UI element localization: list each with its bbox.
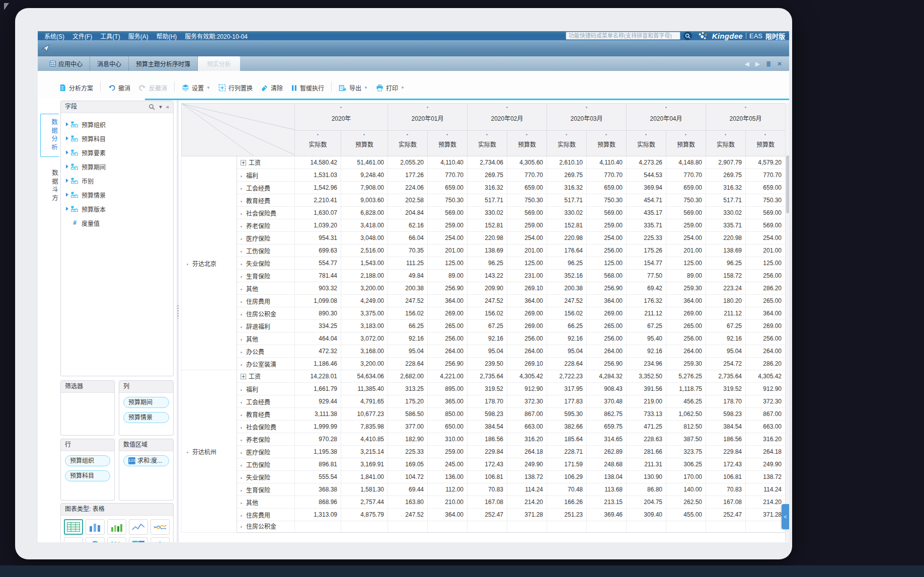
- window-tab-1[interactable]: 应用中心: [43, 56, 90, 71]
- account-label: 其他: [246, 336, 258, 343]
- window-tab-2[interactable]: 消息中心: [90, 56, 129, 71]
- expand-caret-icon[interactable]: [66, 122, 68, 126]
- tab-back-icon[interactable]: ◀: [744, 60, 749, 67]
- chart-type-scatter-icon[interactable]: [150, 537, 170, 542]
- value-cell: 51,461.00: [341, 156, 388, 169]
- expand-right-panel-tab[interactable]: <: [782, 504, 789, 529]
- toolbar-button-redo[interactable]: 反撤消: [134, 82, 171, 94]
- menu-item[interactable]: 文件(F): [72, 33, 92, 40]
- chart-type-area-icon[interactable]: [64, 537, 83, 542]
- expand-plus-icon[interactable]: [241, 160, 246, 167]
- chart-type-treemap-icon[interactable]: [129, 537, 148, 542]
- eas-flag-icon[interactable]: [41, 43, 51, 53]
- expand-caret-icon[interactable]: [66, 179, 68, 183]
- quick-launch-input[interactable]: [566, 32, 680, 40]
- chart-type-pie-icon[interactable]: [86, 537, 105, 542]
- value-cell: 6,828.00: [341, 207, 388, 219]
- expand-caret-icon[interactable]: [66, 193, 68, 197]
- panel-splitter[interactable]: [177, 100, 179, 542]
- field-item-4[interactable]: 预算期间: [63, 159, 171, 174]
- sub-column-header[interactable]: 实际数: [388, 131, 428, 156]
- shelf-chip[interactable]: 预算科目: [65, 470, 110, 481]
- chart-type-bar-blue-icon[interactable]: [86, 519, 105, 535]
- sub-column-header[interactable]: 预算数: [746, 131, 786, 156]
- scrollbar-thumb[interactable]: [786, 155, 790, 213]
- menu-item[interactable]: 工具(T): [100, 33, 120, 40]
- sub-column-header[interactable]: 预算数: [666, 131, 706, 156]
- field-item-7[interactable]: 预算版本: [63, 202, 171, 216]
- tab-forward-icon[interactable]: ▶: [755, 60, 760, 67]
- vertical-scrollbar[interactable]: [785, 103, 789, 542]
- toolbar-button-pause[interactable]: 暂缓执行: [287, 82, 328, 94]
- shelf-chip[interactable]: 预算组织: [65, 455, 110, 466]
- shelf-chip[interactable]: 123求和:度...: [123, 455, 169, 466]
- toolbar-button-undo[interactable]: 撤消: [104, 82, 134, 94]
- field-item-2[interactable]: 预算科目: [63, 131, 171, 145]
- org-group-cell[interactable]: 芬达杭州: [182, 370, 237, 533]
- shelf-chip[interactable]: 预算情景: [123, 412, 169, 423]
- column-group-header[interactable]: 2020年02月: [468, 104, 547, 131]
- value-cell: 259.00: [428, 219, 468, 232]
- toolbar-button-layers[interactable]: 设置▼: [178, 82, 214, 94]
- toolbar-button-doc[interactable]: 分析方案: [55, 82, 97, 94]
- menu-item[interactable]: 服务(A): [128, 33, 148, 40]
- column-group-header[interactable]: 2020年: [295, 104, 388, 131]
- collapse-panel-icon[interactable]: «: [166, 101, 169, 113]
- sidebar-tab-data-cube[interactable]: 数据斗方: [40, 161, 59, 211]
- value-cell: 569.00: [507, 207, 547, 219]
- value-cell: 125.00: [746, 257, 786, 270]
- sub-column-header[interactable]: 预算数: [428, 131, 468, 156]
- shelf-chip[interactable]: 预算期间: [123, 397, 169, 408]
- sub-column-header[interactable]: 预算数: [587, 131, 627, 156]
- column-group-header[interactable]: 2020年03月: [547, 104, 627, 131]
- column-group-header[interactable]: 2020年05月: [706, 104, 786, 131]
- value-cell: 106.81: [706, 471, 746, 483]
- field-item-3[interactable]: 预算要素: [63, 145, 171, 159]
- value-cell: 569.00: [746, 219, 786, 232]
- sub-column-header[interactable]: 预算数: [341, 131, 388, 156]
- expand-caret-icon[interactable]: [66, 207, 68, 211]
- toolbar-button-transpose[interactable]: 行列置换: [214, 82, 257, 94]
- sub-column-header[interactable]: 实际数: [468, 131, 507, 156]
- chart-type-spline-icon[interactable]: [150, 519, 170, 535]
- tab-close-icon[interactable]: ✕: [777, 60, 782, 67]
- sub-column-header[interactable]: 实际数: [627, 131, 666, 156]
- field-item-8[interactable]: #度量值: [63, 216, 171, 230]
- window-tab-3[interactable]: 预算主题分析序时簿: [129, 56, 198, 71]
- chart-type-line-icon[interactable]: [129, 519, 148, 535]
- expand-caret-icon[interactable]: [66, 150, 68, 154]
- sub-column-header[interactable]: 预算数: [507, 131, 547, 156]
- menu-item[interactable]: 系统(S): [44, 33, 64, 40]
- column-group-header[interactable]: 2020年01月: [388, 104, 468, 131]
- sub-column-header[interactable]: 实际数: [706, 131, 746, 156]
- toolbar-button-print[interactable]: 打印▼: [372, 82, 409, 94]
- sub-column-header[interactable]: 实际数: [547, 131, 587, 156]
- tab-list-icon[interactable]: ≣: [766, 60, 771, 67]
- menu-item[interactable]: 帮助(H): [157, 33, 177, 40]
- chart-type-table-icon[interactable]: [64, 519, 83, 535]
- field-item-6[interactable]: 预算情景: [63, 188, 171, 202]
- sub-column-header[interactable]: 实际数: [295, 131, 341, 156]
- value-cell: 335.71: [706, 219, 746, 232]
- chart-type-dot-matrix-icon[interactable]: [107, 537, 126, 542]
- sidebar-tab-data-analysis[interactable]: 数据分析: [40, 114, 59, 157]
- field-item-5[interactable]: 币别: [63, 174, 171, 188]
- toolbar-button-export[interactable]: 导出▼: [335, 82, 372, 94]
- org-group-cell[interactable]: 芬达北京: [182, 156, 237, 370]
- field-item-1[interactable]: 预算组织: [63, 117, 171, 131]
- value-cell: 166.26: [547, 496, 587, 509]
- field-filter-caret-icon[interactable]: ▾: [159, 101, 162, 113]
- value-cell: 202.58: [388, 194, 428, 207]
- window-tab-4[interactable]: 预实分析: [198, 56, 240, 71]
- expand-plus-icon[interactable]: [241, 374, 246, 381]
- field-search-icon[interactable]: [148, 104, 155, 110]
- menu-item[interactable]: 服务有效期:2020-10-04: [185, 33, 248, 40]
- chart-type-bar-green-icon[interactable]: [107, 519, 126, 535]
- value-cell: 4,284.32: [587, 370, 627, 383]
- expand-caret-icon[interactable]: [66, 164, 68, 169]
- value-cell: 211.31: [627, 458, 666, 471]
- toolbar-button-eraser[interactable]: 清除: [257, 82, 287, 94]
- expand-caret-icon[interactable]: [66, 136, 68, 140]
- column-group-header[interactable]: 2020年04月: [627, 104, 706, 131]
- search-button[interactable]: [683, 32, 692, 40]
